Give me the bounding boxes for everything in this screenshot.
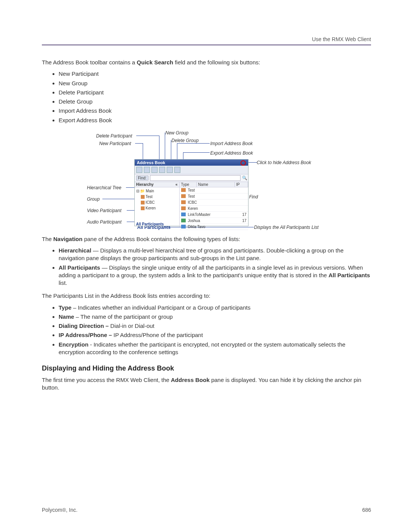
collapse-icon[interactable]: « [175, 182, 178, 187]
table-row[interactable]: Test [180, 187, 248, 193]
header-rule [42, 45, 371, 45]
list-item: Encryption - Indicates whether the parti… [59, 341, 371, 356]
table-row[interactable]: LinkToMaster17 [180, 212, 248, 218]
callout-all-participants-desc: Displays the All Participants List [254, 225, 319, 230]
intro-paragraph: The Address Book toolbar contains a Quic… [42, 59, 371, 66]
reg-mark: ® [62, 507, 66, 513]
callout-import-book: Import Address Book [210, 141, 253, 146]
text: pane of the Address Book contains the fo… [84, 236, 240, 242]
list-pane: Type Name IP Test Test ICBC Keren LinkTo… [180, 182, 248, 227]
page-header: Use the RMX Web Client [42, 36, 371, 42]
text: Polycom [42, 507, 62, 513]
list-item: New Group [59, 80, 371, 87]
tree-item[interactable]: Test [136, 194, 178, 200]
text: Dial-in or Dial-out [109, 323, 155, 329]
delete-group-button[interactable] [159, 167, 165, 173]
tree-item-label: Keren [146, 206, 156, 210]
row-name: ICBC [188, 200, 237, 205]
callout-video-participant: Video Participant [87, 208, 122, 213]
callout-group: Group [87, 197, 100, 202]
group-icon [141, 195, 145, 199]
row-ip: 17 [237, 212, 247, 217]
list-item: Dialing Direction – Dial-in or Dial-out [59, 322, 371, 330]
navigation-pane: Hierarchy « ⊟ 📁 Main Test ICBC Keren All… [135, 182, 180, 227]
delete-participant-button[interactable] [144, 167, 150, 173]
new-participant-button[interactable] [136, 167, 142, 173]
list-headers: Type Name IP [180, 182, 248, 187]
list-item: IP Address/Phone – IP Address/Phone of t… [59, 331, 371, 339]
find-input[interactable] [150, 175, 241, 181]
list-item: Import Address Book [59, 107, 371, 115]
table-row[interactable]: Keren [180, 206, 248, 212]
pin-icon[interactable] [241, 160, 246, 166]
find-bar: Find: 🔍 [135, 174, 248, 182]
import-book-button[interactable] [167, 167, 173, 173]
callout-new-participant: New Participant [99, 141, 131, 146]
callout-delete-participant: Delete Participant [96, 133, 132, 139]
tree-item[interactable]: Keren [136, 205, 178, 211]
text: The Address Book toolbar contains a [42, 59, 137, 66]
table-row[interactable]: Dikla Tavo [180, 224, 248, 230]
text: field and the following six buttons: [175, 59, 260, 66]
group-icon [141, 201, 145, 204]
col-name[interactable]: Name [197, 182, 235, 187]
navigation-term: Navigation [53, 236, 83, 242]
address-book-toolbar [135, 166, 248, 174]
table-row[interactable]: ICBC [180, 200, 248, 206]
page-number: 686 [362, 507, 371, 513]
tree-item-label: Test [146, 195, 153, 199]
address-book-term: Address Book [171, 377, 210, 383]
row-name: Test [188, 193, 237, 199]
tree-root[interactable]: ⊟ 📁 Main [136, 188, 178, 194]
list-item: Delete Participant [59, 89, 371, 96]
callout-hide-book: Click to hide Address Book [257, 160, 311, 165]
quick-search-term: Quick Search [137, 59, 173, 66]
row-name: Dikla Tavo [188, 224, 237, 230]
navigation-list: Hierarchical — Displays a multi-level hi… [42, 247, 371, 287]
tree-root-label: Main [146, 189, 154, 193]
find-label: Find: [136, 176, 148, 181]
callout-hierarchical-tree: Hierarchical Tree [87, 185, 121, 190]
export-book-button[interactable] [174, 167, 180, 173]
row-name: Keren [188, 206, 237, 211]
text: – The name of the participant or group [74, 313, 173, 320]
text: , Inc. [66, 507, 77, 513]
group-icon [181, 206, 186, 210]
entries-paragraph: The Participants List in the Address Boo… [42, 292, 371, 300]
term: Encryption [59, 341, 88, 348]
toolbar-button-list: New Participant New Group Delete Partici… [42, 70, 371, 124]
text: The [42, 236, 53, 242]
group-icon [181, 200, 186, 204]
row-name: LinkToMaster [188, 212, 237, 217]
col-type[interactable]: Type [180, 182, 197, 187]
text: — Displays the single unique entity of a… [59, 264, 363, 278]
callout-find: Find [249, 194, 258, 200]
list-item: Delete Group [59, 98, 371, 105]
search-icon[interactable]: 🔍 [242, 176, 247, 180]
navigation-paragraph: The Navigation pane of the Address Book … [42, 235, 371, 243]
all-participants-link[interactable]: All Participants [136, 222, 178, 226]
list-item: New Participant [59, 70, 371, 78]
section-paragraph: The first time you access the RMX Web Cl… [42, 376, 371, 392]
new-group-button[interactable] [151, 167, 158, 173]
term: All Participants [59, 264, 100, 271]
table-row[interactable]: Test [180, 193, 248, 200]
address-book-diagram: Delete Participant New Participant New G… [70, 129, 344, 228]
nav-header-label: Hierarchy [136, 182, 154, 187]
callout-new-group: New Group [166, 130, 189, 136]
term: IP Address/Phone – [59, 332, 112, 338]
audio-participant-icon [181, 219, 186, 222]
panel-title: Address Book [135, 160, 248, 166]
tree-item-label: ICBC [146, 200, 155, 204]
group-icon [181, 188, 186, 192]
text: – Indicates whether an individual Partic… [72, 304, 250, 311]
col-ip[interactable]: IP [235, 182, 248, 187]
tree-item[interactable]: ICBC [136, 200, 178, 205]
table-row[interactable]: Joshua17 [180, 218, 248, 224]
callout-audio-participant: Audio Participant [87, 219, 122, 225]
video-participant-icon [181, 212, 186, 216]
term: Dialing Direction – [59, 323, 109, 329]
hierarchy-tree: ⊟ 📁 Main Test ICBC Keren [135, 187, 179, 212]
text: IP Address/Phone of the participant [112, 332, 203, 338]
term: Hierarchical [59, 247, 91, 254]
